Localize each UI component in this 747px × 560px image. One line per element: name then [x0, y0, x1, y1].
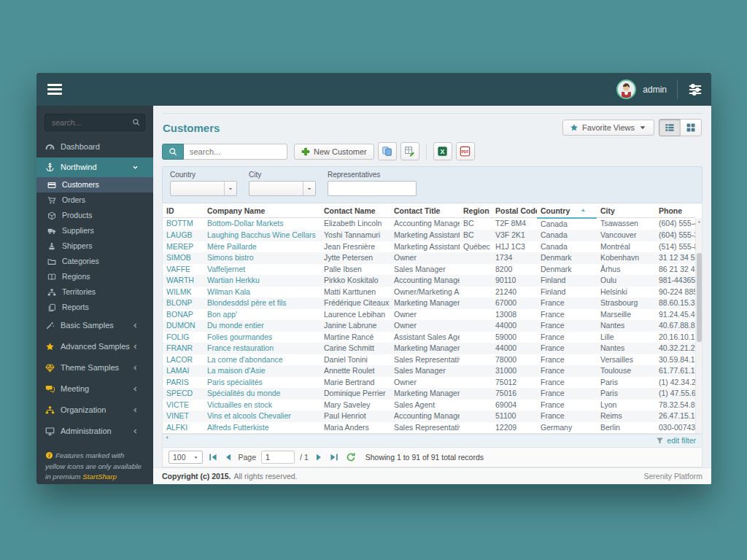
sidebar-item-theme-samples[interactable]: Theme Samples [36, 357, 153, 378]
sidebar-item-northwind[interactable]: Northwind [36, 158, 153, 177]
column-header-postal-code[interactable]: Postal Code [492, 203, 537, 218]
settings-sliders-icon[interactable] [688, 82, 703, 97]
column-header-country[interactable]: Country [537, 203, 597, 218]
vertical-scrollbar-thumb[interactable] [697, 253, 702, 342]
customer-id-link[interactable]: ALFKI [163, 422, 204, 434]
last-page-button[interactable] [329, 452, 339, 462]
sidebar-item-categories[interactable]: Categories [36, 254, 153, 269]
next-page-button[interactable] [314, 452, 324, 462]
table-row[interactable]: MEREPMère PaillardeJean FresnièreMarketi… [163, 241, 695, 253]
customer-id-link[interactable]: WILMK [163, 287, 204, 298]
inline-editing-button[interactable] [378, 142, 397, 160]
customer-id-link[interactable]: VICTE [163, 400, 204, 411]
column-header-region[interactable]: Region [460, 203, 492, 218]
customer-id-link[interactable]: LAMAI [163, 365, 204, 377]
table-row[interactable]: LACORLa corne d'abondanceDaniel ToniniSa… [163, 354, 695, 366]
sidebar-item-basic-samples[interactable]: Basic Samples [36, 315, 153, 336]
table-row[interactable]: VINETVins et alcools ChevalierPaul Henri… [163, 411, 695, 422]
table-row[interactable]: ALFKIAlfreds FutterkisteMaria AndersSale… [163, 422, 695, 434]
customer-id-link[interactable]: BLONP [163, 298, 204, 309]
quick-search-button[interactable] [162, 144, 184, 160]
export-excel-button[interactable]: X [433, 142, 452, 160]
customer-id-link[interactable]: PARIS [163, 377, 204, 389]
customer-id-link[interactable]: LACOR [163, 354, 204, 366]
table-row[interactable]: BLONPBlondesddsl père et filsFrédérique … [163, 298, 695, 309]
company-name-link[interactable]: La corne d'abondance [204, 354, 320, 366]
table-row[interactable]: PARISParis spécialitésMarie BertrandOwne… [163, 377, 695, 389]
prev-page-button[interactable] [223, 452, 233, 462]
favorite-views-button[interactable]: Favorite Views [562, 120, 654, 136]
scroll-left-icon[interactable] [164, 435, 170, 440]
table-row[interactable]: VICTEVictuailles en stockMary SaveleySal… [163, 400, 695, 411]
grid-view-toggle[interactable] [680, 119, 702, 136]
company-name-link[interactable]: Paris spécialités [204, 377, 320, 389]
customer-id-link[interactable]: FOLIG [163, 332, 204, 343]
company-name-link[interactable]: Mère Paillarde [204, 241, 320, 253]
table-row[interactable]: LAMAILa maison d'AsieAnnette RouletSales… [163, 365, 695, 377]
customer-id-link[interactable]: WARTH [163, 275, 204, 287]
sidebar-item-regions[interactable]: Regions [36, 269, 153, 284]
table-row[interactable]: BOTTMBottom-Dollar MarketsElizabeth Linc… [163, 218, 695, 230]
company-name-link[interactable]: Bon app' [204, 309, 320, 321]
table-row[interactable]: SPECDSpécialités du mondeDominique Perri… [163, 388, 695, 400]
customer-id-link[interactable]: SIMOB [163, 252, 204, 264]
customer-id-link[interactable]: BONAP [163, 309, 204, 321]
table-row[interactable]: WILMKWilman KalaMatti KarttunenOwner/Mar… [163, 287, 695, 298]
page-size-select[interactable]: 100 [169, 451, 203, 464]
table-row[interactable]: FOLIGFolies gourmandesMartine RancéAssis… [163, 332, 695, 343]
customer-id-link[interactable]: VAFFE [163, 264, 204, 276]
menu-toggle-button[interactable] [47, 82, 62, 97]
customer-id-link[interactable]: LAUGB [163, 230, 204, 241]
sidebar-item-reports[interactable]: Reports [36, 300, 153, 315]
company-name-link[interactable]: Alfreds Futterkiste [204, 422, 320, 434]
first-page-button[interactable] [208, 452, 218, 462]
column-header-city[interactable]: City [597, 203, 655, 218]
sidebar-item-customers[interactable]: Customers [36, 177, 153, 192]
customer-id-link[interactable]: DUMON [163, 320, 204, 332]
customer-id-link[interactable]: MEREP [163, 241, 204, 253]
sidebar-item-suppliers[interactable]: Suppliers [36, 223, 153, 238]
sidebar-item-orders[interactable]: Orders [36, 192, 153, 208]
table-row[interactable]: WARTHWartian HerkkuPirkko KoskitaloAccou… [163, 275, 695, 287]
list-view-toggle[interactable] [659, 119, 681, 136]
sidebar-item-dashboard[interactable]: Dashboard [36, 136, 153, 158]
company-name-link[interactable]: La maison d'Asie [204, 365, 320, 377]
representatives-filter-input[interactable] [328, 181, 417, 196]
table-row[interactable]: LAUGBLaughing Bacchus Wine CellarsYoshi … [163, 230, 695, 241]
company-name-link[interactable]: Victuailles en stock [204, 400, 320, 411]
new-customer-button[interactable]: New Customer [294, 144, 374, 160]
sidebar-item-administration[interactable]: Administration [36, 421, 153, 442]
quick-search-input[interactable] [184, 144, 287, 160]
city-filter-select[interactable] [249, 181, 316, 196]
customer-id-link[interactable]: FRANR [163, 343, 204, 354]
column-header-phone[interactable]: Phone [655, 203, 695, 218]
sidebar-item-meeting[interactable]: Meeting [36, 378, 153, 400]
company-name-link[interactable]: Laughing Bacchus Wine Cellars [204, 230, 320, 241]
customer-id-link[interactable]: VINET [163, 411, 204, 422]
sidebar-item-shippers[interactable]: Shippers [36, 238, 153, 254]
column-header-company-name[interactable]: Company Name [204, 203, 320, 218]
sidebar-item-territories[interactable]: Territories [36, 284, 153, 300]
refresh-icon[interactable] [346, 452, 356, 462]
username[interactable]: admin [643, 85, 667, 95]
company-name-link[interactable]: Blondesddsl père et fils [204, 298, 320, 309]
customer-id-link[interactable]: SPECD [163, 388, 204, 400]
table-row[interactable]: VAFFEVaffeljernetPalle IbsenSales Manage… [163, 264, 695, 276]
company-name-link[interactable]: Bottom-Dollar Markets [204, 218, 320, 230]
country-filter-select[interactable] [170, 181, 237, 196]
edit-filter-link[interactable]: edit filter [667, 436, 696, 445]
column-header-id[interactable]: ID [163, 203, 204, 218]
company-name-link[interactable]: Folies gourmandes [204, 332, 320, 343]
company-name-link[interactable]: Vaffeljernet [204, 264, 320, 276]
column-picker-button[interactable] [400, 142, 419, 160]
company-name-link[interactable]: Simons bistro [204, 252, 320, 264]
sidebar-item-organization[interactable]: Organization [36, 400, 153, 421]
customer-id-link[interactable]: BOTTM [163, 218, 204, 230]
column-header-contact-name[interactable]: Contact Name [320, 203, 390, 218]
company-name-link[interactable]: Vins et alcools Chevalier [204, 411, 320, 422]
table-row[interactable]: BONAPBon app'Laurence LebihanOwner13008F… [163, 309, 695, 321]
company-name-link[interactable]: Wartian Herkku [204, 275, 320, 287]
company-name-link[interactable]: France restauration [204, 343, 320, 354]
column-header-contact-title[interactable]: Contact Title [390, 203, 460, 218]
export-pdf-button[interactable]: PDF [456, 142, 475, 160]
